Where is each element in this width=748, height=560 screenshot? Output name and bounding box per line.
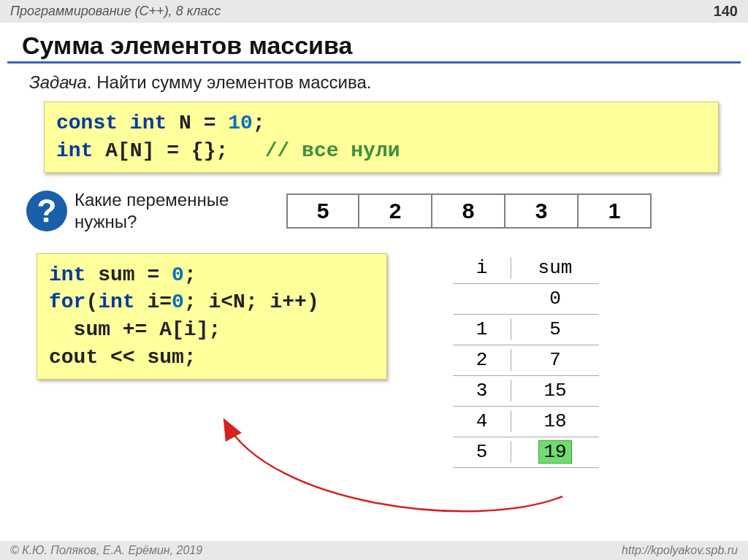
final-sum-cell: 19	[511, 440, 599, 464]
task-label: Задача	[29, 72, 87, 92]
comment-zeros: // все нули	[265, 139, 400, 162]
page-number: 140	[714, 3, 738, 20]
trace-row: 3 15	[453, 376, 599, 407]
highlight-result: 19	[538, 440, 571, 464]
code-block-sum: int sum = 0; for(int i=0; i<N; i++) sum …	[37, 253, 387, 380]
code-line-2: int A[N] = {}; // все нули	[56, 137, 706, 165]
trace-row: 5 19	[453, 437, 599, 468]
copyright: © К.Ю. Поляков, Е.А. Ерёмин, 2019	[10, 544, 202, 557]
th-i: i	[453, 257, 511, 279]
trace-table: i sum 0 1 5 2 7 3 15 4 18 5 19	[453, 253, 599, 468]
array-cell: 5	[286, 193, 359, 229]
title-underline	[7, 61, 741, 64]
trace-row: 2 7	[453, 345, 599, 376]
question-row: ? Какие переменные нужны? 5 2 8 3 1	[26, 189, 748, 233]
question-text: Какие переменные нужны?	[75, 189, 264, 233]
trace-header: i sum	[453, 253, 599, 284]
trace-row: 0	[453, 284, 599, 315]
footer-url: http://kpolyakov.spb.ru	[622, 544, 738, 557]
array-cell: 2	[359, 193, 432, 229]
question-mark-icon: ?	[26, 191, 67, 231]
course-label: Программирование (C++), 8 класс	[10, 4, 221, 19]
task-text: . Найти сумму элементов массива.	[87, 72, 372, 92]
th-sum: sum	[511, 257, 599, 279]
code-line: sum += A[i];	[49, 316, 375, 344]
kw-int: int	[56, 139, 93, 162]
lower-row: int sum = 0; for(int i=0; i<N; i++) sum …	[0, 253, 748, 468]
array-cell: 3	[505, 193, 579, 229]
code-line: for(int i=0; i<N; i++)	[49, 288, 375, 316]
slide-title: Сумма элементов массива	[0, 23, 748, 61]
eq: =	[204, 112, 216, 134]
code-line: int sum = 0;	[49, 261, 375, 289]
code-line: cout << sum;	[49, 344, 375, 372]
kw-int: int	[130, 112, 167, 134]
code-line-1: const int N = 10;	[56, 110, 706, 137]
semi: ;	[253, 112, 265, 134]
task-line: Задача. Найти сумму элементов массива.	[0, 69, 748, 101]
code-block-declaration: const int N = 10; int A[N] = {}; // все …	[44, 101, 719, 173]
array-cell: 8	[432, 193, 505, 229]
val-10: 10	[228, 112, 253, 134]
slide-header: Программирование (C++), 8 класс 140	[0, 0, 748, 23]
array-row: 5 2 8 3 1	[286, 193, 652, 229]
trace-row: 4 18	[453, 407, 599, 437]
arr-decl: A[N] = {};	[105, 139, 228, 162]
trace-row: 1 5	[453, 315, 599, 345]
kw-const: const	[56, 112, 118, 134]
array-cell: 1	[579, 193, 652, 229]
var-n: N	[179, 112, 191, 134]
slide-footer: © К.Ю. Поляков, Е.А. Ерёмин, 2019 http:/…	[0, 541, 748, 560]
